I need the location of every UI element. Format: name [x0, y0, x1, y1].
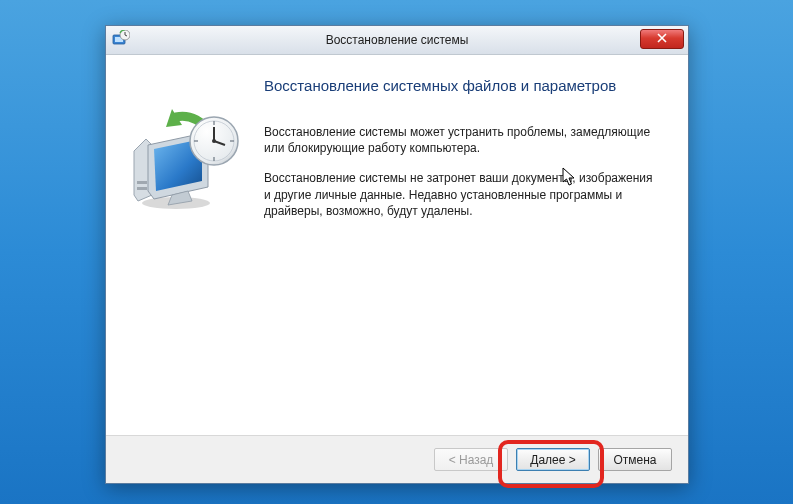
paragraph-2: Восстановление системы не затронет ваши … — [264, 170, 654, 219]
back-button: < Назад — [434, 448, 508, 471]
right-pane: Восстановление системных файлов и параме… — [262, 55, 688, 435]
system-restore-icon — [128, 103, 246, 216]
paragraph-1: Восстановление системы может устранить п… — [264, 124, 654, 156]
left-pane — [106, 55, 262, 435]
button-bar: < Назад Далее > Отмена — [106, 435, 688, 483]
svg-rect-4 — [137, 181, 147, 184]
close-button[interactable] — [640, 29, 684, 49]
dialog-body: Восстановление системных файлов и параме… — [106, 55, 688, 435]
page-heading: Восстановление системных файлов и параме… — [264, 77, 660, 94]
close-icon — [657, 32, 667, 46]
svg-point-14 — [212, 139, 216, 143]
next-button[interactable]: Далее > — [516, 448, 590, 471]
svg-rect-5 — [137, 187, 147, 190]
titlebar: Восстановление системы — [106, 26, 688, 55]
cancel-button[interactable]: Отмена — [598, 448, 672, 471]
window-title: Восстановление системы — [106, 33, 688, 47]
system-restore-window: Восстановление системы — [105, 25, 689, 484]
